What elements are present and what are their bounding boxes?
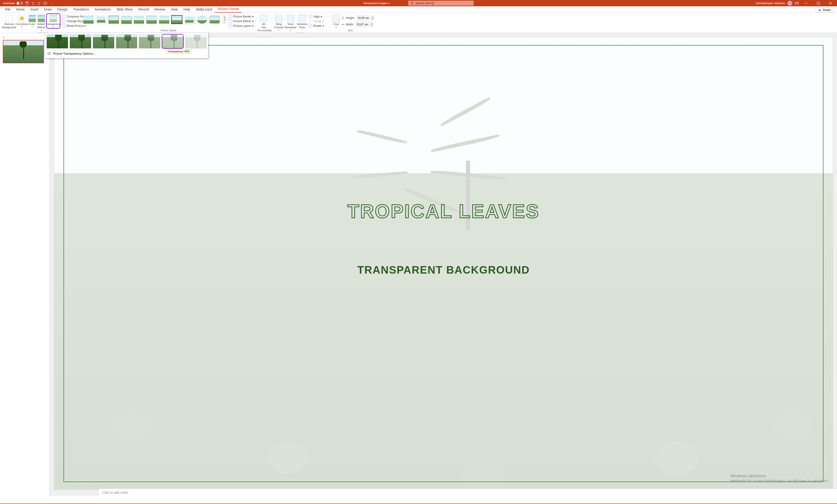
alt-text-button[interactable]: Alt Text — [259, 14, 269, 29]
tab-help[interactable]: Help — [181, 6, 193, 13]
close-button[interactable] — [826, 0, 835, 6]
avatar[interactable]: GJ — [787, 1, 792, 5]
slide-title-1[interactable]: TROPICAL LEAVES — [54, 200, 833, 222]
share-button[interactable]: Share — [815, 7, 833, 13]
transparency-preset-0[interactable] — [47, 34, 68, 49]
style-thumb[interactable] — [172, 16, 182, 23]
picture-styles-gallery[interactable]: ▴▾⁞ — [83, 14, 226, 23]
maximize-button[interactable] — [814, 0, 823, 6]
tab-design[interactable]: Design — [55, 6, 71, 13]
bring-forward-button[interactable]: Bring Forward ▾ — [274, 14, 284, 32]
tab-transitions[interactable]: Transitions — [70, 6, 92, 13]
style-thumb[interactable] — [96, 16, 106, 23]
change-picture-icon — [62, 19, 66, 23]
color-button[interactable]: Color▾ — [29, 14, 36, 28]
align-button[interactable]: Align ▾ — [309, 15, 324, 18]
document-title[interactable]: transparent-images ▾ — [363, 2, 390, 5]
notes-placeholder: Click to add notes — [102, 491, 128, 494]
group-size: Crop▾ Height: ▴▾ Width: ▴▾ Size — [331, 13, 370, 33]
transparency-preset-2[interactable] — [93, 34, 114, 49]
slide-canvas-area[interactable]: TROPICAL LEAVES TRANSPARENT BACKGROUND W… — [50, 33, 837, 496]
group-adjust: Remove Background Corrections▾ Color▾ Ar… — [1, 13, 81, 33]
height-input[interactable] — [356, 16, 370, 20]
style-thumb[interactable] — [184, 16, 195, 23]
width-spinner[interactable]: ▴▾ — [371, 22, 373, 26]
transparency-preset-5[interactable]: Transparency: 80% — [162, 34, 183, 49]
group-label-accessibility: Accessibility — [257, 29, 270, 32]
autosave-toggle[interactable]: AutoSave Off — [3, 2, 23, 5]
tab-animations[interactable]: Animations — [92, 6, 113, 13]
transparency-preset-3[interactable] — [116, 34, 138, 49]
tab-slidelizard[interactable]: SlideLizard — [193, 6, 215, 13]
slide-title-2[interactable]: TRANSPARENT BACKGROUND — [54, 264, 833, 276]
alt-text-icon — [260, 15, 267, 22]
style-thumb[interactable] — [159, 16, 169, 23]
slide-thumbnail-1[interactable] — [3, 40, 44, 63]
present-icon[interactable] — [43, 1, 47, 5]
slide-thumbnail-panel[interactable]: 1 — [0, 33, 50, 496]
style-thumb[interactable] — [121, 16, 131, 23]
group-icon — [309, 19, 313, 23]
tab-draw[interactable]: Draw — [41, 6, 55, 13]
gallery-more-button[interactable]: ▴▾⁞ — [223, 16, 226, 23]
corrections-icon — [18, 15, 26, 22]
ribbon-display-icon[interactable] — [795, 1, 799, 5]
height-spinner[interactable]: ▴▾ — [372, 16, 374, 20]
notes-pane[interactable]: Click to add notes — [99, 489, 837, 496]
share-icon — [818, 8, 821, 12]
ribbon-tabs: File Home Insert Draw Design Transitions… — [0, 6, 837, 13]
transparency-button[interactable]: Transparency▾ — [47, 14, 60, 28]
search-icon — [411, 2, 414, 5]
style-thumb[interactable] — [210, 16, 220, 23]
rotate-button[interactable]: Rotate ▾ — [309, 24, 324, 28]
user-name[interactable]: Gumpelmeyer Johanna — [755, 2, 785, 5]
style-thumb[interactable] — [134, 16, 144, 23]
picture-border-button[interactable]: Picture Border ▾ — [229, 15, 254, 18]
search-box[interactable]: Search (Alt+Q) — [408, 1, 474, 5]
picture-effects-button[interactable]: Picture Effects ▾ — [229, 19, 254, 23]
tab-home[interactable]: Home — [13, 6, 28, 13]
slide-number: 1 — [3, 36, 4, 39]
qat-more-icon[interactable]: ⁞ — [50, 1, 53, 5]
redo-icon[interactable] — [37, 1, 41, 5]
tab-slideshow[interactable]: Slide Show — [113, 6, 136, 13]
save-icon[interactable] — [25, 1, 29, 5]
picture-layout-button[interactable]: Picture Layout ▾ — [229, 24, 254, 28]
group-button[interactable]: Group ▾ — [309, 19, 324, 23]
transparency-preset-1[interactable] — [70, 34, 91, 49]
group-label-size: Size — [332, 29, 368, 32]
width-input[interactable] — [355, 22, 369, 27]
svg-rect-5 — [817, 2, 819, 4]
group-label-styles: Picture Styles — [83, 29, 254, 32]
artistic-effects-button[interactable]: Artistic Effects ▾ — [37, 14, 45, 32]
tab-review[interactable]: Review — [152, 6, 168, 13]
picture-effects-icon — [229, 19, 232, 23]
height-icon — [341, 16, 344, 20]
svg-rect-4 — [796, 2, 798, 4]
send-backward-button[interactable]: Send Backward ▾ — [285, 14, 296, 32]
slide-canvas[interactable]: TROPICAL LEAVES TRANSPARENT BACKGROUND W… — [54, 38, 833, 489]
style-thumb[interactable] — [83, 16, 94, 23]
style-thumb[interactable] — [146, 16, 157, 23]
corrections-button[interactable]: Corrections▾ — [17, 14, 27, 28]
crop-button[interactable]: Crop▾ — [332, 14, 340, 28]
selection-pane-button[interactable]: Selection Pane — [297, 14, 307, 29]
tab-insert[interactable]: Insert — [28, 6, 41, 13]
group-arrange: Bring Forward ▾ Send Backward ▾ Selectio… — [272, 13, 330, 33]
tab-view[interactable]: View — [168, 6, 181, 13]
picture-border-icon — [229, 15, 232, 18]
undo-icon[interactable] — [31, 1, 35, 5]
tab-file[interactable]: File — [2, 6, 13, 13]
search-placeholder: Search (Alt+Q) — [415, 2, 434, 5]
style-thumb[interactable] — [197, 16, 207, 23]
tab-record[interactable]: Record — [136, 6, 152, 13]
windows-activation-watermark: Windows aktivieren Wechseln Sie zu den E… — [730, 474, 829, 483]
remove-background-button[interactable]: Remove Background — [3, 14, 15, 29]
transparency-preset-6[interactable] — [185, 34, 207, 49]
transparency-preset-4[interactable] — [139, 34, 160, 49]
minimize-button[interactable] — [802, 0, 811, 6]
style-thumb[interactable] — [109, 16, 119, 23]
width-icon — [341, 23, 344, 26]
toggle-icon: Off — [16, 2, 23, 5]
tab-picture-format[interactable]: Picture Format — [215, 5, 242, 13]
